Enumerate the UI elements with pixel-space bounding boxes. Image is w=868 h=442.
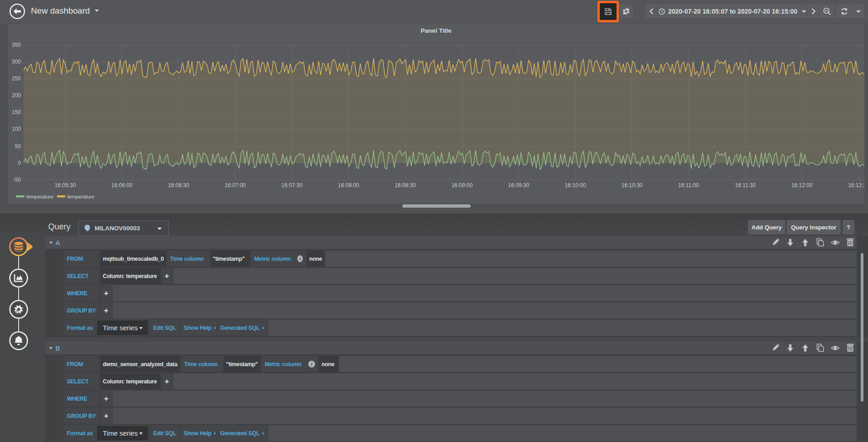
svg-text:16:08:30: 16:08:30 [395, 182, 416, 189]
svg-text:0: 0 [18, 160, 21, 166]
svg-text:300: 300 [12, 59, 21, 65]
svg-text:100: 100 [12, 126, 21, 132]
svg-text:16:09:30: 16:09:30 [508, 182, 529, 189]
svg-text:16:08:00: 16:08:00 [338, 182, 359, 189]
svg-text:16:05:30: 16:05:30 [55, 182, 76, 189]
svg-text:Panel Title: Panel Title [421, 27, 452, 34]
svg-text:16:06:00: 16:06:00 [111, 182, 133, 189]
svg-text:16:12:30: 16:12:30 [848, 182, 864, 189]
svg-text:temperature: temperature [26, 194, 53, 199]
svg-text:200: 200 [12, 92, 21, 99]
svg-text:temperature: temperature [67, 194, 94, 199]
svg-text:50: 50 [15, 143, 21, 149]
svg-text:16:06:30: 16:06:30 [168, 182, 189, 189]
svg-text:16:10:30: 16:10:30 [622, 182, 643, 189]
svg-text:16:07:00: 16:07:00 [225, 182, 246, 189]
svg-text:16:07:30: 16:07:30 [281, 182, 303, 189]
svg-text:16:11:00: 16:11:00 [678, 182, 699, 189]
svg-text:16:10:00: 16:10:00 [565, 182, 586, 189]
svg-text:150: 150 [12, 109, 21, 115]
svg-text:350: 350 [12, 42, 21, 48]
svg-text:-50: -50 [13, 177, 21, 183]
svg-text:16:11:30: 16:11:30 [735, 182, 756, 189]
svg-text:250: 250 [12, 75, 21, 82]
svg-text:16:12:00: 16:12:00 [791, 182, 813, 189]
svg-text:16:09:00: 16:09:00 [452, 182, 473, 189]
